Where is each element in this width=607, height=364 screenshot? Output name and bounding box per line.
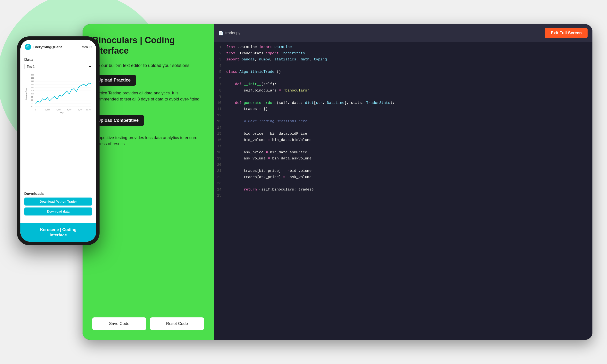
code-line: 23 <box>214 180 593 187</box>
phone-bottom-text: Kerosene | CodingInterface <box>24 227 92 238</box>
code-line: 7 def __init__(self): <box>214 81 593 88</box>
phone-screen: EverythingQuant Menu ▾ Data Day 1 <box>20 40 96 242</box>
save-code-button[interactable]: Save Code <box>92 317 146 330</box>
code-line: 22 trades[ask_price] = -ask_volume <box>214 174 593 181</box>
svg-text:125: 125 <box>31 77 34 79</box>
code-body: 1 from .DataLine import DataLine 2 from … <box>214 42 593 340</box>
code-line: 13 # Make Trading Decisions here <box>214 118 593 125</box>
code-line: 24 return {self.binoculars: trades} <box>214 187 593 193</box>
svg-text:110: 110 <box>31 87 34 88</box>
svg-text:130: 130 <box>31 74 34 76</box>
svg-text:100: 100 <box>31 93 34 95</box>
svg-text:120: 120 <box>31 80 34 82</box>
phone-content: Data Day 1 130 125 120 115 110 <box>20 54 96 223</box>
main-panel: Binoculars | Coding Interface Use our bu… <box>82 24 593 340</box>
logo-text: EverythingQuant <box>33 45 62 49</box>
svg-text:0: 0 <box>35 109 36 111</box>
code-line: 17 <box>214 143 593 149</box>
code-line: 19 ask_volume = bin_data.askVolume <box>214 156 593 162</box>
upload-competitive-button[interactable]: Upload Competitive <box>92 115 144 126</box>
day-select[interactable]: Day 1 <box>24 64 92 69</box>
downloads-title: Downloads <box>24 192 92 195</box>
code-line: 14 <box>214 125 593 131</box>
phone-logo: EverythingQuant <box>25 44 62 50</box>
code-line: 8 self.binoculars = 'binoculars' <box>214 88 593 94</box>
code-line: 5 class AlgorithmicTrader(): <box>214 69 593 75</box>
svg-text:day1: day1 <box>60 112 64 114</box>
svg-text:2,000: 2,000 <box>45 109 50 111</box>
reset-code-button[interactable]: Reset Code <box>150 317 204 330</box>
svg-text:115: 115 <box>31 83 34 85</box>
svg-text:4,000: 4,000 <box>56 109 61 111</box>
svg-text:85: 85 <box>31 102 33 104</box>
exit-fullscreen-button[interactable]: Exit Full Screen <box>545 28 588 38</box>
svg-text:10,000: 10,000 <box>86 109 92 111</box>
svg-text:6,000: 6,000 <box>67 109 72 111</box>
code-line: 10 def generate_orders(self, data: dict[… <box>214 100 593 106</box>
green-panel: Binoculars | Coding Interface Use our bu… <box>82 24 214 340</box>
code-line: 12 <box>214 112 593 119</box>
code-line: 21 trades[bid_price] = -bid_volume <box>214 168 593 174</box>
code-editor-panel: 📄 trader.py Exit Full Screen 1 from .Dat… <box>214 24 593 340</box>
code-line: 3 import pandas, numpy, statistics, math… <box>214 57 593 63</box>
code-line: 16 bid_volume = bin_data.bidVolume <box>214 137 593 143</box>
panel-intro: Use our built-in text editor to upload y… <box>92 63 204 69</box>
code-panel-header: 📄 trader.py Exit Full Screen <box>214 24 593 42</box>
download-data-button[interactable]: Download data <box>24 208 92 216</box>
svg-point-1 <box>27 46 28 47</box>
panel-title: Binoculars | Coding Interface <box>92 35 204 56</box>
file-icon: 📄 <box>219 31 223 35</box>
phone-bottom-bar: Kerosene | CodingInterface <box>20 223 96 242</box>
code-line: 4 <box>214 63 593 69</box>
data-section-title: Data <box>24 57 92 62</box>
svg-text:8,000: 8,000 <box>78 109 82 111</box>
scene: EverythingQuant Menu ▾ Data Day 1 <box>12 12 595 352</box>
downloads-section: Downloads Download Python Trader Downloa… <box>24 192 92 220</box>
code-action-buttons: Save Code Reset Code <box>92 310 204 330</box>
phone-navbar: EverythingQuant Menu ▾ <box>20 40 96 54</box>
code-line: 25 <box>214 193 593 199</box>
phone-mockup: EverythingQuant Menu ▾ Data Day 1 <box>17 36 100 245</box>
chart-svg: 130 125 120 115 110 105 100 95 90 85 80 <box>24 72 92 116</box>
phone-device: EverythingQuant Menu ▾ Data Day 1 <box>17 36 100 245</box>
download-python-trader-button[interactable]: Download Python Trader <box>24 197 92 206</box>
svg-text:105: 105 <box>31 90 34 91</box>
code-line: 11 trades = {} <box>214 106 593 112</box>
svg-text:95: 95 <box>31 96 33 98</box>
code-line: 1 from .DataLine import DataLine <box>214 44 593 51</box>
file-name: trader.py <box>225 31 240 35</box>
code-line: 2 from .TraderStats import TraderStats <box>214 51 593 57</box>
svg-text:Kerosene Price: Kerosene Price <box>25 88 27 100</box>
file-tab: 📄 trader.py <box>219 31 240 35</box>
code-line: 9 <box>214 94 593 100</box>
menu-button[interactable]: Menu ▾ <box>82 45 92 49</box>
code-line: 20 <box>214 162 593 168</box>
chevron-down-icon: ▾ <box>91 46 92 48</box>
code-line: 6 <box>214 75 593 81</box>
code-line: 18 ask_price = bin_data.askPrice <box>214 149 593 156</box>
logo-icon <box>25 44 31 50</box>
competitive-description: Competitive testing provides less data a… <box>92 135 204 147</box>
svg-text:80: 80 <box>31 105 33 107</box>
code-line: 15 bid_price = bin_data.bidPrice <box>214 131 593 137</box>
svg-text:90: 90 <box>31 99 33 101</box>
price-chart: 130 125 120 115 110 105 100 95 90 85 80 <box>24 72 92 189</box>
practice-description: Practice Testing provides all data analy… <box>92 90 204 102</box>
